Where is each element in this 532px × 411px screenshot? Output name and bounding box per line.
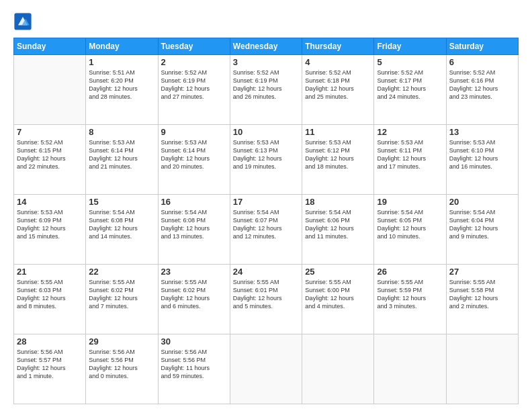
calendar-cell: 9Sunrise: 5:53 AM Sunset: 6:14 PM Daylig… [158, 125, 230, 195]
calendar-cell: 23Sunrise: 5:55 AM Sunset: 6:02 PM Dayli… [158, 265, 230, 334]
day-info: Sunrise: 5:52 AM Sunset: 6:16 PM Dayligh… [449, 68, 515, 101]
calendar-cell: 22Sunrise: 5:55 AM Sunset: 6:02 PM Dayli… [86, 265, 158, 334]
calendar-cell: 6Sunrise: 5:52 AM Sunset: 6:16 PM Daylig… [446, 55, 518, 125]
day-number: 5 [377, 57, 443, 67]
calendar-cell: 25Sunrise: 5:55 AM Sunset: 6:00 PM Dayli… [302, 265, 374, 334]
calendar-cell: 7Sunrise: 5:52 AM Sunset: 6:15 PM Daylig… [14, 125, 86, 195]
calendar-header-row: SundayMondayTuesdayWednesdayThursdayFrid… [14, 38, 519, 55]
day-number: 2 [161, 57, 227, 67]
day-number: 8 [89, 127, 154, 137]
calendar-cell: 14Sunrise: 5:53 AM Sunset: 6:09 PM Dayli… [14, 195, 86, 265]
calendar-cell: 11Sunrise: 5:53 AM Sunset: 6:12 PM Dayli… [302, 125, 374, 195]
day-info: Sunrise: 5:54 AM Sunset: 6:08 PM Dayligh… [161, 208, 227, 241]
calendar-cell [374, 334, 446, 404]
day-info: Sunrise: 5:52 AM Sunset: 6:19 PM Dayligh… [233, 68, 299, 101]
day-info: Sunrise: 5:54 AM Sunset: 6:04 PM Dayligh… [449, 208, 515, 241]
day-info: Sunrise: 5:53 AM Sunset: 6:09 PM Dayligh… [17, 208, 83, 241]
calendar-cell: 20Sunrise: 5:54 AM Sunset: 6:04 PM Dayli… [446, 195, 518, 265]
calendar-cell [230, 334, 302, 404]
calendar-cell: 5Sunrise: 5:52 AM Sunset: 6:17 PM Daylig… [374, 55, 446, 125]
calendar-day-header: Wednesday [230, 38, 302, 55]
calendar-cell: 17Sunrise: 5:54 AM Sunset: 6:07 PM Dayli… [230, 195, 302, 265]
calendar-cell: 18Sunrise: 5:54 AM Sunset: 6:06 PM Dayli… [302, 195, 374, 265]
day-number: 29 [89, 336, 154, 347]
day-info: Sunrise: 5:53 AM Sunset: 6:10 PM Dayligh… [449, 138, 515, 171]
calendar-cell: 21Sunrise: 5:55 AM Sunset: 6:03 PM Dayli… [14, 265, 86, 334]
day-info: Sunrise: 5:52 AM Sunset: 6:17 PM Dayligh… [377, 68, 443, 101]
calendar-cell: 28Sunrise: 5:56 AM Sunset: 5:57 PM Dayli… [14, 334, 86, 404]
calendar-cell: 24Sunrise: 5:55 AM Sunset: 6:01 PM Dayli… [230, 265, 302, 334]
day-number: 9 [161, 127, 227, 137]
day-info: Sunrise: 5:55 AM Sunset: 5:58 PM Dayligh… [449, 278, 515, 311]
calendar-cell: 15Sunrise: 5:54 AM Sunset: 6:08 PM Dayli… [86, 195, 158, 265]
day-number: 15 [89, 197, 154, 207]
day-info: Sunrise: 5:55 AM Sunset: 6:02 PM Dayligh… [89, 278, 154, 311]
calendar-day-header: Sunday [14, 38, 86, 55]
day-number: 23 [161, 267, 227, 277]
calendar-cell: 26Sunrise: 5:55 AM Sunset: 5:59 PM Dayli… [374, 265, 446, 334]
day-info: Sunrise: 5:53 AM Sunset: 6:11 PM Dayligh… [377, 138, 443, 171]
day-info: Sunrise: 5:55 AM Sunset: 6:01 PM Dayligh… [233, 278, 299, 311]
day-number: 10 [233, 127, 299, 137]
day-info: Sunrise: 5:55 AM Sunset: 6:02 PM Dayligh… [161, 278, 227, 311]
day-info: Sunrise: 5:56 AM Sunset: 5:56 PM Dayligh… [161, 348, 227, 381]
calendar-cell: 29Sunrise: 5:56 AM Sunset: 5:56 PM Dayli… [86, 334, 158, 404]
calendar-week-row: 21Sunrise: 5:55 AM Sunset: 6:03 PM Dayli… [14, 265, 519, 334]
day-number: 3 [233, 57, 299, 67]
day-number: 21 [17, 267, 83, 277]
day-number: 26 [377, 267, 443, 277]
day-info: Sunrise: 5:54 AM Sunset: 6:07 PM Dayligh… [233, 208, 299, 241]
day-info: Sunrise: 5:52 AM Sunset: 6:19 PM Dayligh… [161, 68, 227, 101]
day-number: 18 [305, 197, 371, 207]
calendar-day-header: Thursday [302, 38, 374, 55]
day-info: Sunrise: 5:53 AM Sunset: 6:14 PM Dayligh… [161, 138, 227, 171]
calendar-cell [14, 55, 86, 125]
calendar-cell: 13Sunrise: 5:53 AM Sunset: 6:10 PM Dayli… [446, 125, 518, 195]
calendar-day-header: Monday [86, 38, 158, 55]
calendar-cell: 3Sunrise: 5:52 AM Sunset: 6:19 PM Daylig… [230, 55, 302, 125]
day-info: Sunrise: 5:52 AM Sunset: 6:18 PM Dayligh… [305, 68, 371, 101]
calendar-cell: 16Sunrise: 5:54 AM Sunset: 6:08 PM Dayli… [158, 195, 230, 265]
logo-icon [13, 12, 32, 31]
calendar-cell: 1Sunrise: 5:51 AM Sunset: 6:20 PM Daylig… [86, 55, 158, 125]
day-number: 20 [449, 197, 515, 207]
calendar-cell [302, 334, 374, 404]
logo [13, 12, 35, 31]
calendar-week-row: 7Sunrise: 5:52 AM Sunset: 6:15 PM Daylig… [14, 125, 519, 195]
calendar-day-header: Friday [374, 38, 446, 55]
day-info: Sunrise: 5:55 AM Sunset: 6:03 PM Dayligh… [17, 278, 83, 311]
day-number: 30 [161, 336, 227, 347]
day-number: 24 [233, 267, 299, 277]
calendar-week-row: 28Sunrise: 5:56 AM Sunset: 5:57 PM Dayli… [14, 334, 519, 404]
day-number: 7 [17, 127, 83, 137]
day-number: 19 [377, 197, 443, 207]
calendar-cell: 30Sunrise: 5:56 AM Sunset: 5:56 PM Dayli… [158, 334, 230, 404]
day-info: Sunrise: 5:51 AM Sunset: 6:20 PM Dayligh… [89, 68, 154, 101]
day-number: 11 [305, 127, 371, 137]
day-number: 27 [449, 267, 515, 277]
day-info: Sunrise: 5:53 AM Sunset: 6:13 PM Dayligh… [233, 138, 299, 171]
day-info: Sunrise: 5:53 AM Sunset: 6:14 PM Dayligh… [89, 138, 154, 171]
day-number: 6 [449, 57, 515, 67]
calendar-week-row: 14Sunrise: 5:53 AM Sunset: 6:09 PM Dayli… [14, 195, 519, 265]
day-number: 1 [89, 57, 154, 67]
calendar-day-header: Tuesday [158, 38, 230, 55]
calendar-cell: 4Sunrise: 5:52 AM Sunset: 6:18 PM Daylig… [302, 55, 374, 125]
header [13, 12, 519, 31]
calendar-cell: 10Sunrise: 5:53 AM Sunset: 6:13 PM Dayli… [230, 125, 302, 195]
day-info: Sunrise: 5:56 AM Sunset: 5:56 PM Dayligh… [89, 348, 154, 381]
calendar-cell: 2Sunrise: 5:52 AM Sunset: 6:19 PM Daylig… [158, 55, 230, 125]
day-info: Sunrise: 5:55 AM Sunset: 6:00 PM Dayligh… [305, 278, 371, 311]
calendar-cell [446, 334, 518, 404]
day-info: Sunrise: 5:54 AM Sunset: 6:05 PM Dayligh… [377, 208, 443, 241]
day-number: 4 [305, 57, 371, 67]
calendar-table: SundayMondayTuesdayWednesdayThursdayFrid… [13, 38, 519, 404]
day-number: 25 [305, 267, 371, 277]
day-number: 14 [17, 197, 83, 207]
day-info: Sunrise: 5:54 AM Sunset: 6:06 PM Dayligh… [305, 208, 371, 241]
day-number: 22 [89, 267, 154, 277]
day-number: 28 [17, 336, 83, 347]
day-info: Sunrise: 5:54 AM Sunset: 6:08 PM Dayligh… [89, 208, 154, 241]
day-number: 13 [449, 127, 515, 137]
day-number: 12 [377, 127, 443, 137]
